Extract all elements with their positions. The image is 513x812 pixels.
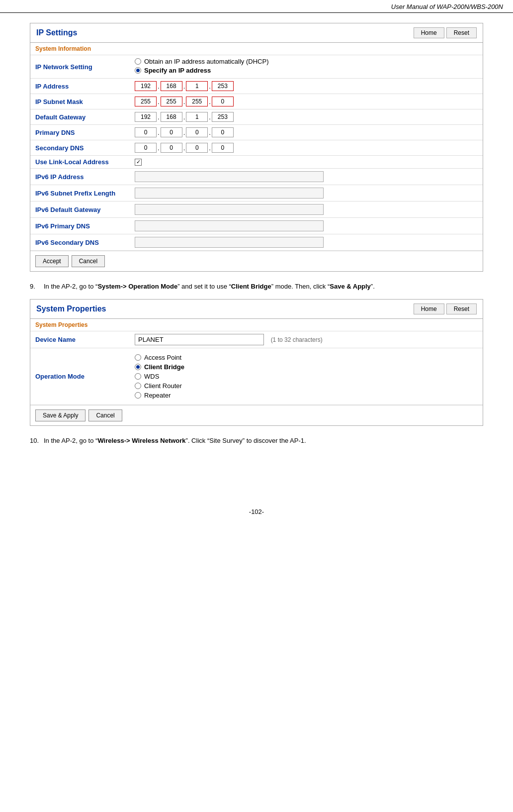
ipv6-secondary-dns-input[interactable] xyxy=(135,237,324,248)
table-row: IPv6 Default Gateway xyxy=(30,202,483,218)
ipv6-address-input[interactable] xyxy=(135,171,324,182)
ip-settings-section-label: System Information xyxy=(30,43,483,55)
ip-settings-header-buttons: Home Reset xyxy=(414,27,477,38)
default-gateway-octet3[interactable] xyxy=(186,112,208,122)
primary-dns-octet2[interactable] xyxy=(161,127,182,137)
table-row: Primary DNS . . . xyxy=(30,125,483,140)
system-properties-footer: Save & Apply Cancel xyxy=(30,405,483,425)
instruction-10-content: 10. In the AP-2, go to “Wireless-> Wirel… xyxy=(30,436,483,446)
ipv6-secondary-dns-value xyxy=(130,234,483,251)
table-row: IPv6 Secondary DNS xyxy=(30,234,483,251)
default-gateway-value: . . . xyxy=(130,109,483,125)
op-radio-repeater-label: Repeater xyxy=(144,392,171,399)
ip-subnet-value: . . . xyxy=(130,94,483,109)
table-row: IP Network Setting Obtain an IP address … xyxy=(30,55,483,79)
table-row: Default Gateway . . . xyxy=(30,109,483,125)
primary-dns-octet4[interactable] xyxy=(212,127,234,137)
radio-specify-label: Specify an IP address xyxy=(144,67,211,74)
op-mode-client-bridge: Client Bridge xyxy=(135,363,478,371)
radio-option-dhcp: Obtain an IP address automatically (DHCP… xyxy=(135,58,478,65)
ip-address-octet3[interactable] xyxy=(186,81,208,91)
default-gateway-label: Default Gateway xyxy=(30,109,130,125)
primary-dns-octet3[interactable] xyxy=(186,127,208,137)
table-row: IP Address . . . xyxy=(30,79,483,94)
default-gateway-octet2[interactable] xyxy=(161,112,182,122)
op-radio-access-point-label: Access Point xyxy=(144,354,181,361)
system-properties-home-button[interactable]: Home xyxy=(414,304,444,314)
system-properties-panel: System Properties Home Reset System Prop… xyxy=(30,299,483,426)
radio-option-specify: Specify an IP address xyxy=(135,67,478,74)
op-radio-repeater-icon[interactable] xyxy=(135,392,141,399)
ip-dot10: . xyxy=(157,129,161,136)
ip-dot3: . xyxy=(208,83,212,90)
ipv6-subnet-input[interactable] xyxy=(135,188,324,199)
ip-subnet-octet4[interactable] xyxy=(212,97,234,106)
ip-dot11: . xyxy=(182,129,186,136)
table-row: Device Name (1 to 32 characters) xyxy=(30,331,483,348)
secondary-dns-octet4[interactable] xyxy=(212,143,234,153)
op-radio-wds-icon[interactable] xyxy=(135,373,141,380)
ip-settings-panel: IP Settings Home Reset System Informatio… xyxy=(30,23,483,272)
page-number: -102- xyxy=(249,508,264,515)
ip-settings-footer: Accept Cancel xyxy=(30,251,483,271)
op-radio-access-point-icon[interactable] xyxy=(135,354,141,361)
op-radio-client-bridge-icon[interactable] xyxy=(135,364,141,370)
default-gateway-octet4[interactable] xyxy=(212,112,234,122)
system-properties-save-button[interactable]: Save & Apply xyxy=(35,409,86,421)
system-properties-reset-button[interactable]: Reset xyxy=(446,304,477,314)
secondary-dns-octet2[interactable] xyxy=(161,143,182,153)
system-properties-title: System Properties xyxy=(36,304,106,313)
secondary-dns-label: Secondary DNS xyxy=(30,140,130,156)
ip-subnet-group: . . . xyxy=(135,97,478,106)
instruction-9-content: 9. In the AP-2, go to “System-> Operatio… xyxy=(30,282,483,292)
ipv6-gateway-input[interactable] xyxy=(135,204,324,215)
ip-dot12: . xyxy=(208,129,212,136)
page-footer: -102- xyxy=(0,503,513,525)
operation-mode-value: Access Point Client Bridge WDS xyxy=(130,348,483,405)
system-properties-cancel-button[interactable]: Cancel xyxy=(88,409,122,421)
op-radio-client-bridge-label: Client Bridge xyxy=(144,363,184,371)
device-name-label: Device Name xyxy=(30,331,130,348)
default-gateway-octet1[interactable] xyxy=(135,112,157,122)
ip-settings-cancel-button[interactable]: Cancel xyxy=(72,255,105,267)
ip-dot6: . xyxy=(208,98,212,105)
link-local-checkbox-group: ✓ xyxy=(135,159,478,166)
ipv6-subnet-value xyxy=(130,185,483,202)
ip-address-octet4[interactable] xyxy=(212,81,234,91)
primary-dns-value: . . . xyxy=(130,125,483,140)
ip-subnet-label: IP Subnet Mask xyxy=(30,94,130,109)
instruction-9-text: In the AP-2, go to “System-> Operation M… xyxy=(44,282,375,292)
ip-settings-reset-button[interactable]: Reset xyxy=(446,27,477,38)
radio-dhcp-icon[interactable] xyxy=(135,58,141,65)
ip-subnet-octet3[interactable] xyxy=(186,97,208,106)
ip-dot2: . xyxy=(182,83,186,90)
ip-dot15: . xyxy=(208,144,212,152)
ip-network-setting-value: Obtain an IP address automatically (DHCP… xyxy=(130,55,483,79)
ip-settings-accept-button[interactable]: Accept xyxy=(35,255,69,267)
ip-address-value: . . . xyxy=(130,79,483,94)
ip-address-octet2[interactable] xyxy=(161,81,182,91)
table-row: Operation Mode Access Point Client Bridg… xyxy=(30,348,483,405)
ipv6-secondary-dns-label: IPv6 Secondary DNS xyxy=(30,234,130,251)
secondary-dns-octet1[interactable] xyxy=(135,143,157,153)
system-properties-section-label: System Properties xyxy=(30,319,483,331)
ip-network-setting-label: IP Network Setting xyxy=(30,55,130,79)
link-local-checkbox[interactable]: ✓ xyxy=(135,159,142,166)
ip-subnet-octet2[interactable] xyxy=(161,97,182,106)
op-radio-client-router-icon[interactable] xyxy=(135,383,141,389)
device-name-input[interactable] xyxy=(135,334,264,345)
ip-subnet-octet1[interactable] xyxy=(135,97,157,106)
ip-dot9: . xyxy=(208,113,212,121)
op-radio-wds-label: WDS xyxy=(144,373,159,380)
radio-specify-icon[interactable] xyxy=(135,67,141,74)
ip-address-octet1[interactable] xyxy=(135,81,157,91)
ip-settings-home-button[interactable]: Home xyxy=(414,27,444,38)
primary-dns-octet1[interactable] xyxy=(135,127,157,137)
ip-address-label: IP Address xyxy=(30,79,130,94)
secondary-dns-octet3[interactable] xyxy=(186,143,208,153)
table-row: Secondary DNS . . . xyxy=(30,140,483,156)
ip-dot8: . xyxy=(182,113,186,121)
op-mode-access-point: Access Point xyxy=(135,354,478,361)
header-title: User Manual of WAP-200N/WBS-200N xyxy=(391,3,503,10)
ipv6-primary-dns-input[interactable] xyxy=(135,220,324,231)
